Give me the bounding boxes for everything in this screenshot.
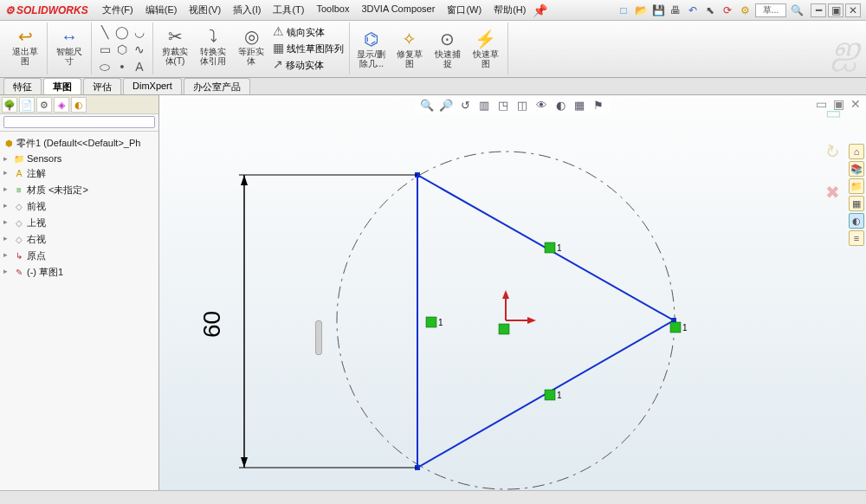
tree-annotations-label: 注解: [27, 168, 46, 178]
tree-material[interactable]: ≡材质 <未指定>: [2, 182, 157, 198]
open-icon[interactable]: 📂: [634, 3, 648, 17]
minimize-button[interactable]: ━: [811, 3, 826, 17]
tree-origin[interactable]: ↳原点: [2, 248, 157, 264]
new-icon[interactable]: □: [617, 3, 630, 17]
arc-icon[interactable]: ◡: [132, 24, 147, 40]
quicksnap-button[interactable]: ⊙ 快速捕捉: [431, 27, 464, 70]
feature-manager-panel: 🌳 📄 ⚙ ◈ ◐ ⬢零件1 (Default<<Default>_Ph 📁Se…: [0, 95, 159, 504]
fm-tab-tree-icon[interactable]: 🌳: [2, 97, 17, 113]
menu-pin-icon[interactable]: 📌: [533, 2, 547, 18]
relation-edge-top-label: 1: [557, 243, 562, 253]
polygon-icon[interactable]: ⬡: [114, 42, 130, 57]
relation-edge-top[interactable]: [545, 242, 555, 253]
app-logo: SOLIDWORKS: [5, 4, 88, 16]
fm-filter-input[interactable]: [3, 116, 155, 128]
search-box[interactable]: 草...: [755, 3, 786, 17]
close-button[interactable]: ✕: [845, 3, 861, 17]
sketch-icon: ✎: [14, 268, 24, 277]
circle-icon[interactable]: ◯: [114, 24, 130, 40]
tree-root[interactable]: ⬢零件1 (Default<<Default>_Ph: [2, 135, 157, 152]
sketch-entities-grid: ╲ ◯ ◡ ▭ ⬡ ∿ ⬭ • A: [97, 24, 147, 74]
tree-front-plane[interactable]: ◇前视: [2, 198, 157, 215]
menu-toolbox[interactable]: Toolbox: [312, 2, 355, 18]
plane-icon: ◇: [14, 235, 24, 244]
tree-right-plane[interactable]: ◇右视: [2, 231, 157, 248]
rect-icon[interactable]: ▭: [97, 42, 113, 57]
undo-icon[interactable]: ↶: [686, 3, 700, 17]
offset-button[interactable]: ◎ 等距实体: [235, 24, 268, 68]
text-icon[interactable]: A: [132, 59, 147, 74]
move-label: 移动实体: [286, 60, 324, 70]
repair-label: 修复草图: [395, 49, 424, 68]
tab-office[interactable]: 办公室产品: [184, 78, 250, 94]
relation-origin[interactable]: [499, 324, 509, 334]
tree-sketch1[interactable]: ✎(-) 草图1: [2, 264, 157, 281]
tab-sketch[interactable]: 草图: [43, 78, 81, 94]
exit-sketch-button[interactable]: ↩ 退出草图: [9, 24, 42, 68]
menu-insert[interactable]: 插入(I): [228, 2, 266, 18]
fm-tab-dim-icon[interactable]: ◈: [54, 97, 69, 113]
line-icon[interactable]: ╲: [97, 24, 113, 40]
tree-sketch1-label: (-) 草图1: [27, 267, 63, 277]
graphics-viewport[interactable]: 🔍 🔎 ↺ ▥ ◳ ◫ 👁 ◐ ▦ ⚑ ▭ ▣ ✕ ▭ ↻ ✖ ⌂ 📚 📁 ▦ …: [159, 95, 866, 504]
mirror-button[interactable]: ⚠ 镜向实体: [273, 24, 344, 39]
relation-center[interactable]: [426, 317, 436, 327]
tree-front-label: 前视: [27, 201, 46, 211]
menu-edit[interactable]: 编辑(E): [140, 2, 183, 18]
sketch-drawing: 1 1 1 1 60: [159, 95, 866, 504]
tree-top-plane[interactable]: ◇上视: [2, 215, 157, 231]
save-icon[interactable]: 💾: [651, 3, 665, 17]
relation-center-label: 1: [438, 318, 443, 327]
tab-dimxpert[interactable]: DimXpert: [123, 78, 182, 94]
feature-tree: ⬢零件1 (Default<<Default>_Ph 📁Sensors A注解 …: [0, 132, 158, 284]
pattern-button[interactable]: ▦ 线性草图阵列: [273, 41, 344, 55]
fm-tab-appear-icon[interactable]: ◐: [71, 97, 87, 113]
fm-tab-property-icon[interactable]: 📄: [19, 97, 35, 113]
ellipse-icon[interactable]: ⬭: [97, 59, 113, 74]
sketch-triangle[interactable]: [417, 175, 674, 468]
repair-button[interactable]: ✧ 修复草图: [393, 27, 426, 70]
offset-label: 等距实体: [236, 47, 266, 66]
relation-edge-bot[interactable]: [545, 390, 555, 400]
maximize-button[interactable]: ▣: [828, 3, 843, 17]
command-tabs: 特征 草图 评估 DimXpert 办公室产品: [0, 78, 866, 95]
tree-annotations[interactable]: A注解: [2, 165, 157, 182]
offset-icon: ◎: [244, 26, 259, 47]
quicksnap-icon: ⊙: [440, 29, 455, 49]
menu-view[interactable]: 视图(V): [184, 2, 226, 18]
smart-dimension-button[interactable]: ↔ 智能尺寸: [53, 24, 86, 68]
part-icon: ⬢: [3, 139, 14, 148]
menu-bar: 文件(F) 编辑(E) 视图(V) 插入(I) 工具(T) Toolbox 3D…: [97, 2, 548, 18]
options-icon[interactable]: ⚙: [738, 3, 752, 17]
tree-sensors-label: Sensors: [27, 153, 61, 164]
fm-tab-config-icon[interactable]: ⚙: [36, 97, 52, 113]
relation-vertex-right[interactable]: [670, 322, 681, 333]
tab-evaluate[interactable]: 评估: [83, 78, 121, 94]
dimension-60[interactable]: 60: [198, 175, 417, 468]
search-input-icon[interactable]: 🔍: [790, 3, 804, 17]
showdelete-icon: ⌬: [364, 29, 378, 49]
menu-3dvia[interactable]: 3DVIA Composer: [356, 2, 440, 18]
convert-button[interactable]: ⤵ 转换实体引用: [197, 24, 229, 68]
move-button[interactable]: ↗ 移动实体: [273, 57, 344, 72]
spline-icon[interactable]: ∿: [132, 42, 147, 57]
ribbon: ↩ 退出草图 ↔ 智能尺寸 ╲ ◯ ◡ ▭ ⬡ ∿ ⬭ • A ✂ 剪裁实体(T…: [0, 21, 866, 78]
showdelete-button[interactable]: ⌬ 显示/删除几...: [355, 27, 388, 70]
ribbon-exit-group: ↩ 退出草图: [3, 23, 48, 74]
tab-features[interactable]: 特征: [3, 78, 42, 94]
trim-button[interactable]: ✂ 剪裁实体(T): [158, 24, 191, 68]
rapidsketch-icon: ⚡: [475, 29, 496, 49]
print-icon[interactable]: 🖶: [669, 3, 682, 17]
rebuild-icon[interactable]: ⟳: [721, 3, 734, 17]
select-icon[interactable]: ⬉: [703, 3, 717, 17]
menu-help[interactable]: 帮助(H): [488, 2, 531, 18]
rapidsketch-button[interactable]: ⚡ 快速草图: [469, 27, 502, 70]
tree-top-label: 上视: [27, 217, 46, 228]
menu-window[interactable]: 窗口(W): [442, 2, 487, 18]
tree-sensors[interactable]: 📁Sensors: [2, 152, 157, 165]
menu-file[interactable]: 文件(F): [97, 2, 139, 18]
panel-resize-handle[interactable]: [315, 320, 322, 355]
point-icon[interactable]: •: [114, 59, 130, 74]
relation-edge-bot-label: 1: [557, 391, 562, 400]
menu-tools[interactable]: 工具(T): [268, 2, 309, 18]
